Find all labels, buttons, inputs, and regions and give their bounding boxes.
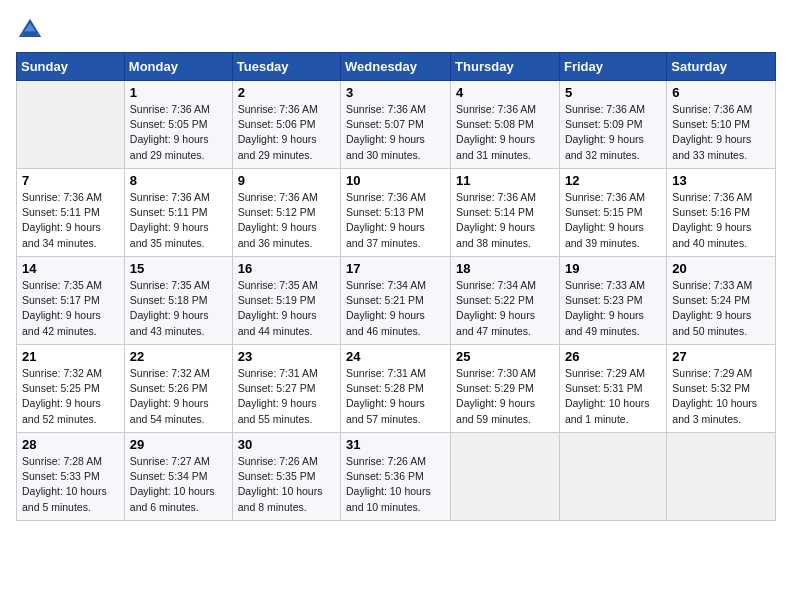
calendar-cell bbox=[451, 433, 560, 521]
day-number: 21 bbox=[22, 349, 119, 364]
calendar-cell: 31Sunrise: 7:26 AMSunset: 5:36 PMDayligh… bbox=[341, 433, 451, 521]
page-header bbox=[16, 16, 776, 44]
calendar-cell: 9Sunrise: 7:36 AMSunset: 5:12 PMDaylight… bbox=[232, 169, 340, 257]
day-info: Sunrise: 7:32 AMSunset: 5:26 PMDaylight:… bbox=[130, 366, 227, 427]
day-number: 31 bbox=[346, 437, 445, 452]
day-number: 17 bbox=[346, 261, 445, 276]
day-number: 12 bbox=[565, 173, 661, 188]
day-info: Sunrise: 7:35 AMSunset: 5:18 PMDaylight:… bbox=[130, 278, 227, 339]
day-number: 25 bbox=[456, 349, 554, 364]
column-header-thursday: Thursday bbox=[451, 53, 560, 81]
day-number: 27 bbox=[672, 349, 770, 364]
day-number: 26 bbox=[565, 349, 661, 364]
day-number: 8 bbox=[130, 173, 227, 188]
day-info: Sunrise: 7:36 AMSunset: 5:15 PMDaylight:… bbox=[565, 190, 661, 251]
day-info: Sunrise: 7:32 AMSunset: 5:25 PMDaylight:… bbox=[22, 366, 119, 427]
day-number: 22 bbox=[130, 349, 227, 364]
day-info: Sunrise: 7:36 AMSunset: 5:16 PMDaylight:… bbox=[672, 190, 770, 251]
day-info: Sunrise: 7:36 AMSunset: 5:11 PMDaylight:… bbox=[130, 190, 227, 251]
day-number: 1 bbox=[130, 85, 227, 100]
calendar-cell: 3Sunrise: 7:36 AMSunset: 5:07 PMDaylight… bbox=[341, 81, 451, 169]
day-number: 4 bbox=[456, 85, 554, 100]
day-number: 16 bbox=[238, 261, 335, 276]
calendar-cell: 2Sunrise: 7:36 AMSunset: 5:06 PMDaylight… bbox=[232, 81, 340, 169]
day-number: 30 bbox=[238, 437, 335, 452]
day-info: Sunrise: 7:36 AMSunset: 5:07 PMDaylight:… bbox=[346, 102, 445, 163]
calendar-cell: 6Sunrise: 7:36 AMSunset: 5:10 PMDaylight… bbox=[667, 81, 776, 169]
calendar-week-5: 28Sunrise: 7:28 AMSunset: 5:33 PMDayligh… bbox=[17, 433, 776, 521]
day-number: 10 bbox=[346, 173, 445, 188]
day-number: 28 bbox=[22, 437, 119, 452]
calendar-week-4: 21Sunrise: 7:32 AMSunset: 5:25 PMDayligh… bbox=[17, 345, 776, 433]
day-info: Sunrise: 7:35 AMSunset: 5:19 PMDaylight:… bbox=[238, 278, 335, 339]
day-info: Sunrise: 7:36 AMSunset: 5:13 PMDaylight:… bbox=[346, 190, 445, 251]
day-info: Sunrise: 7:36 AMSunset: 5:10 PMDaylight:… bbox=[672, 102, 770, 163]
day-number: 11 bbox=[456, 173, 554, 188]
day-info: Sunrise: 7:33 AMSunset: 5:24 PMDaylight:… bbox=[672, 278, 770, 339]
calendar-cell: 28Sunrise: 7:28 AMSunset: 5:33 PMDayligh… bbox=[17, 433, 125, 521]
calendar-cell: 10Sunrise: 7:36 AMSunset: 5:13 PMDayligh… bbox=[341, 169, 451, 257]
calendar-cell: 12Sunrise: 7:36 AMSunset: 5:15 PMDayligh… bbox=[559, 169, 666, 257]
svg-rect-2 bbox=[23, 31, 37, 37]
calendar-cell: 18Sunrise: 7:34 AMSunset: 5:22 PMDayligh… bbox=[451, 257, 560, 345]
calendar-cell: 8Sunrise: 7:36 AMSunset: 5:11 PMDaylight… bbox=[124, 169, 232, 257]
day-info: Sunrise: 7:36 AMSunset: 5:11 PMDaylight:… bbox=[22, 190, 119, 251]
column-header-wednesday: Wednesday bbox=[341, 53, 451, 81]
day-info: Sunrise: 7:31 AMSunset: 5:27 PMDaylight:… bbox=[238, 366, 335, 427]
calendar-cell: 30Sunrise: 7:26 AMSunset: 5:35 PMDayligh… bbox=[232, 433, 340, 521]
calendar-week-2: 7Sunrise: 7:36 AMSunset: 5:11 PMDaylight… bbox=[17, 169, 776, 257]
calendar-cell: 25Sunrise: 7:30 AMSunset: 5:29 PMDayligh… bbox=[451, 345, 560, 433]
day-info: Sunrise: 7:36 AMSunset: 5:09 PMDaylight:… bbox=[565, 102, 661, 163]
calendar-cell: 11Sunrise: 7:36 AMSunset: 5:14 PMDayligh… bbox=[451, 169, 560, 257]
day-info: Sunrise: 7:36 AMSunset: 5:14 PMDaylight:… bbox=[456, 190, 554, 251]
day-number: 24 bbox=[346, 349, 445, 364]
day-number: 9 bbox=[238, 173, 335, 188]
calendar-cell: 5Sunrise: 7:36 AMSunset: 5:09 PMDaylight… bbox=[559, 81, 666, 169]
calendar-cell: 15Sunrise: 7:35 AMSunset: 5:18 PMDayligh… bbox=[124, 257, 232, 345]
calendar-cell: 23Sunrise: 7:31 AMSunset: 5:27 PMDayligh… bbox=[232, 345, 340, 433]
logo-icon bbox=[16, 16, 44, 44]
day-info: Sunrise: 7:36 AMSunset: 5:06 PMDaylight:… bbox=[238, 102, 335, 163]
day-info: Sunrise: 7:36 AMSunset: 5:05 PMDaylight:… bbox=[130, 102, 227, 163]
calendar-cell: 29Sunrise: 7:27 AMSunset: 5:34 PMDayligh… bbox=[124, 433, 232, 521]
day-info: Sunrise: 7:34 AMSunset: 5:22 PMDaylight:… bbox=[456, 278, 554, 339]
calendar-cell: 22Sunrise: 7:32 AMSunset: 5:26 PMDayligh… bbox=[124, 345, 232, 433]
day-number: 18 bbox=[456, 261, 554, 276]
calendar-cell: 21Sunrise: 7:32 AMSunset: 5:25 PMDayligh… bbox=[17, 345, 125, 433]
column-header-friday: Friday bbox=[559, 53, 666, 81]
calendar-cell: 26Sunrise: 7:29 AMSunset: 5:31 PMDayligh… bbox=[559, 345, 666, 433]
column-header-sunday: Sunday bbox=[17, 53, 125, 81]
day-info: Sunrise: 7:29 AMSunset: 5:32 PMDaylight:… bbox=[672, 366, 770, 427]
calendar-cell: 13Sunrise: 7:36 AMSunset: 5:16 PMDayligh… bbox=[667, 169, 776, 257]
day-number: 6 bbox=[672, 85, 770, 100]
calendar-week-1: 1Sunrise: 7:36 AMSunset: 5:05 PMDaylight… bbox=[17, 81, 776, 169]
calendar-cell bbox=[667, 433, 776, 521]
day-number: 13 bbox=[672, 173, 770, 188]
column-header-saturday: Saturday bbox=[667, 53, 776, 81]
day-info: Sunrise: 7:36 AMSunset: 5:12 PMDaylight:… bbox=[238, 190, 335, 251]
calendar-cell: 20Sunrise: 7:33 AMSunset: 5:24 PMDayligh… bbox=[667, 257, 776, 345]
calendar-cell: 14Sunrise: 7:35 AMSunset: 5:17 PMDayligh… bbox=[17, 257, 125, 345]
day-info: Sunrise: 7:26 AMSunset: 5:35 PMDaylight:… bbox=[238, 454, 335, 515]
day-info: Sunrise: 7:31 AMSunset: 5:28 PMDaylight:… bbox=[346, 366, 445, 427]
day-info: Sunrise: 7:26 AMSunset: 5:36 PMDaylight:… bbox=[346, 454, 445, 515]
calendar-cell: 19Sunrise: 7:33 AMSunset: 5:23 PMDayligh… bbox=[559, 257, 666, 345]
day-info: Sunrise: 7:33 AMSunset: 5:23 PMDaylight:… bbox=[565, 278, 661, 339]
day-info: Sunrise: 7:29 AMSunset: 5:31 PMDaylight:… bbox=[565, 366, 661, 427]
day-number: 14 bbox=[22, 261, 119, 276]
day-info: Sunrise: 7:34 AMSunset: 5:21 PMDaylight:… bbox=[346, 278, 445, 339]
calendar-table: SundayMondayTuesdayWednesdayThursdayFrid… bbox=[16, 52, 776, 521]
day-info: Sunrise: 7:27 AMSunset: 5:34 PMDaylight:… bbox=[130, 454, 227, 515]
calendar-cell: 4Sunrise: 7:36 AMSunset: 5:08 PMDaylight… bbox=[451, 81, 560, 169]
calendar-cell: 17Sunrise: 7:34 AMSunset: 5:21 PMDayligh… bbox=[341, 257, 451, 345]
logo bbox=[16, 16, 48, 44]
day-number: 23 bbox=[238, 349, 335, 364]
calendar-cell bbox=[17, 81, 125, 169]
day-info: Sunrise: 7:30 AMSunset: 5:29 PMDaylight:… bbox=[456, 366, 554, 427]
day-number: 5 bbox=[565, 85, 661, 100]
day-number: 19 bbox=[565, 261, 661, 276]
calendar-cell: 1Sunrise: 7:36 AMSunset: 5:05 PMDaylight… bbox=[124, 81, 232, 169]
calendar-cell: 27Sunrise: 7:29 AMSunset: 5:32 PMDayligh… bbox=[667, 345, 776, 433]
day-info: Sunrise: 7:36 AMSunset: 5:08 PMDaylight:… bbox=[456, 102, 554, 163]
day-number: 7 bbox=[22, 173, 119, 188]
